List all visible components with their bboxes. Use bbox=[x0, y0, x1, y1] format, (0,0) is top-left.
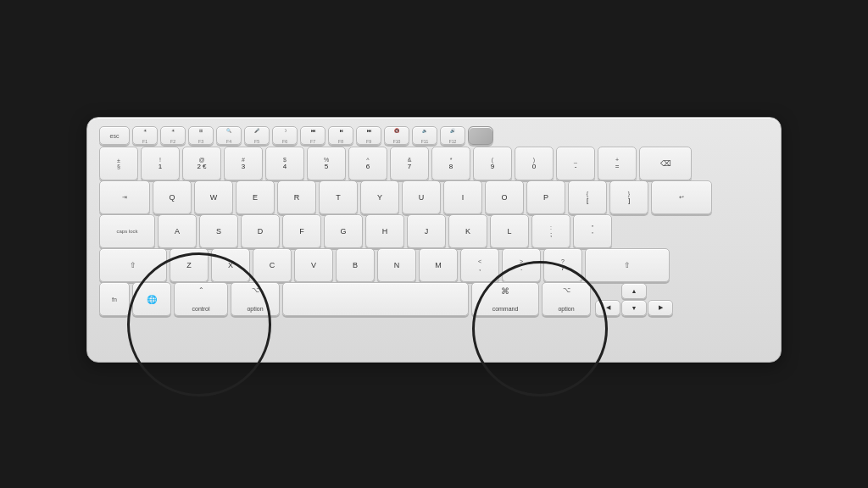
f8-key: ⏯F8 bbox=[328, 126, 353, 145]
f7-key: ⏮F7 bbox=[300, 126, 326, 145]
backspace-key: ⌫ bbox=[639, 147, 692, 180]
asdf-row: caps lock A S D F G H J K L :; "' bbox=[99, 214, 769, 248]
m-key: M bbox=[419, 248, 458, 282]
f3-key: ⊞F3 bbox=[188, 126, 214, 145]
fn-key: fn bbox=[99, 282, 130, 316]
shift-left-key: ⇧ bbox=[99, 248, 167, 282]
bottom-row: fn 🌐 ⌃ control ⌥ option ⌘ command ⌥ opti… bbox=[99, 282, 769, 316]
backtick-key: ±§ bbox=[99, 147, 138, 180]
arrow-down-key: ▼ bbox=[621, 300, 647, 316]
7-key: &7 bbox=[390, 147, 429, 180]
x-key: X bbox=[211, 248, 250, 282]
command-key: ⌘ command bbox=[471, 282, 539, 316]
a-key: A bbox=[158, 214, 197, 248]
keyboard-diagram: esc ☀F1 ☀F2 ⊞F3 🔍F4 🎤F5 ☽F6 ⏮F7 ⏯F8 ⏭F9 … bbox=[86, 108, 782, 380]
k-key: K bbox=[448, 214, 487, 248]
1-key: !1 bbox=[141, 147, 180, 180]
f2-key: ☀F2 bbox=[160, 126, 186, 145]
control-label: control bbox=[192, 306, 209, 312]
e-key: E bbox=[236, 180, 275, 214]
n-key: N bbox=[377, 248, 416, 282]
spacebar-key bbox=[282, 282, 469, 316]
s-key: S bbox=[199, 214, 238, 248]
f10-key: 🔇F10 bbox=[384, 126, 409, 145]
z-key: Z bbox=[170, 248, 209, 282]
c-key: C bbox=[253, 248, 292, 282]
4-key: $4 bbox=[265, 147, 304, 180]
g-key: G bbox=[324, 214, 363, 248]
option-right-key: ⌥ option bbox=[542, 282, 591, 316]
8-key: *8 bbox=[431, 147, 470, 180]
option-right-label: option bbox=[558, 306, 574, 312]
slash-key: ?/ bbox=[543, 248, 582, 282]
minus-key: _- bbox=[556, 147, 595, 180]
9-key: (9 bbox=[473, 147, 512, 180]
command-label: command bbox=[492, 306, 519, 312]
tab-key: ⇥ bbox=[99, 180, 150, 214]
lbracket-key: {[ bbox=[568, 180, 607, 214]
number-row: ±§ !1 @2 € #3 $4 %5 ^6 &7 *8 (9 )0 _- +=… bbox=[99, 147, 769, 180]
caps-key: caps lock bbox=[99, 214, 155, 248]
l-key: L bbox=[490, 214, 529, 248]
option-left-label: option bbox=[247, 306, 263, 312]
return-key: ↩ bbox=[651, 180, 712, 214]
f11-key: 🔉F11 bbox=[412, 126, 437, 145]
3-key: #3 bbox=[224, 147, 263, 180]
control-key: ⌃ control bbox=[174, 282, 228, 316]
2-key: @2 € bbox=[182, 147, 221, 180]
v-key: V bbox=[294, 248, 333, 282]
6-key: ^6 bbox=[348, 147, 387, 180]
i-key: I bbox=[443, 180, 482, 214]
d-key: D bbox=[241, 214, 280, 248]
keyboard: esc ☀F1 ☀F2 ⊞F3 🔍F4 🎤F5 ☽F6 ⏮F7 ⏯F8 ⏭F9 … bbox=[86, 117, 782, 363]
function-row: esc ☀F1 ☀F2 ⊞F3 🔍F4 🎤F5 ☽F6 ⏮F7 ⏯F8 ⏭F9 … bbox=[99, 126, 769, 145]
w-key: W bbox=[194, 180, 233, 214]
u-key: U bbox=[402, 180, 441, 214]
rbracket-key: }] bbox=[609, 180, 648, 214]
semicolon-key: :; bbox=[531, 214, 570, 248]
y-key: Y bbox=[360, 180, 399, 214]
comma-key: <, bbox=[460, 248, 499, 282]
quote-key: "' bbox=[573, 214, 612, 248]
globe-key: 🌐 bbox=[132, 282, 171, 316]
arrow-keys-cluster: ▲ ◀ ▼ ▶ bbox=[595, 283, 673, 316]
option-left-key: ⌥ option bbox=[231, 282, 280, 316]
5-key: %5 bbox=[307, 147, 346, 180]
touch-id-key bbox=[468, 126, 493, 145]
o-key: O bbox=[485, 180, 524, 214]
equals-key: += bbox=[598, 147, 637, 180]
f9-key: ⏭F9 bbox=[356, 126, 381, 145]
zxcv-row: ⇧ Z X C V B N M <, >. ?/ ⇧ bbox=[99, 248, 769, 282]
esc-key: esc bbox=[99, 126, 130, 145]
j-key: J bbox=[407, 214, 446, 248]
f5-key: 🎤F5 bbox=[244, 126, 270, 145]
t-key: T bbox=[319, 180, 358, 214]
shift-right-key: ⇧ bbox=[585, 248, 670, 282]
arrow-left-key: ◀ bbox=[595, 300, 620, 316]
f1-key: ☀F1 bbox=[132, 126, 158, 145]
arrow-right-key: ▶ bbox=[648, 300, 673, 316]
f4-key: 🔍F4 bbox=[216, 126, 242, 145]
f12-key: 🔊F12 bbox=[440, 126, 465, 145]
p-key: P bbox=[526, 180, 565, 214]
f-key: F bbox=[282, 214, 321, 248]
h-key: H bbox=[365, 214, 404, 248]
arrow-up-key: ▲ bbox=[621, 283, 647, 299]
period-key: >. bbox=[502, 248, 541, 282]
r-key: R bbox=[277, 180, 316, 214]
0-key: )0 bbox=[515, 147, 554, 180]
qwerty-row: ⇥ Q W E R T Y U I O P {[ }] ↩ bbox=[99, 180, 769, 214]
f6-key: ☽F6 bbox=[272, 126, 298, 145]
q-key: Q bbox=[153, 180, 192, 214]
b-key: B bbox=[336, 248, 375, 282]
